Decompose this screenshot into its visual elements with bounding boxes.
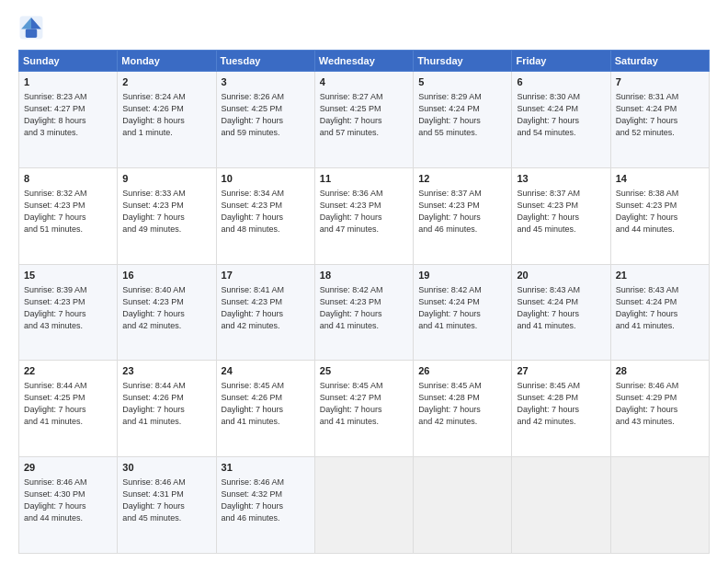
day-info: Sunset: 4:23 PM — [517, 201, 578, 210]
day-number: 23 — [122, 364, 210, 379]
day-number: 27 — [517, 364, 605, 379]
day-info: Daylight: 7 hours — [122, 405, 185, 414]
day-info: and 51 minutes. — [24, 224, 83, 234]
day-info: Sunset: 4:27 PM — [320, 393, 381, 402]
day-info: and 42 minutes. — [517, 417, 575, 426]
col-header-sunday: Sunday — [19, 51, 118, 72]
day-info: and 44 minutes. — [24, 513, 83, 523]
day-info: Daylight: 7 hours — [517, 405, 579, 414]
day-number: 8 — [24, 172, 112, 187]
day-info: Sunset: 4:23 PM — [418, 201, 480, 210]
day-info: Sunset: 4:25 PM — [320, 104, 381, 113]
day-info: Sunrise: 8:34 AM — [222, 189, 285, 198]
day-number: 31 — [222, 461, 310, 476]
day-cell: 8Sunrise: 8:32 AMSunset: 4:23 PMDaylight… — [19, 167, 118, 264]
day-number: 18 — [320, 269, 408, 283]
day-info: Daylight: 7 hours — [122, 213, 185, 222]
day-info: Sunrise: 8:33 AM — [122, 189, 186, 198]
day-number: 25 — [320, 364, 408, 379]
svg-rect-3 — [26, 29, 37, 38]
col-header-wednesday: Wednesday — [314, 51, 413, 72]
week-row-4: 22Sunrise: 8:44 AMSunset: 4:25 PMDayligh… — [19, 361, 710, 457]
day-info: Sunset: 4:32 PM — [222, 489, 283, 499]
week-row-1: 1Sunrise: 8:23 AMSunset: 4:27 PMDaylight… — [19, 72, 710, 168]
day-info: Sunset: 4:31 PM — [122, 489, 184, 499]
day-info: Sunset: 4:23 PM — [320, 201, 381, 210]
day-info: Daylight: 7 hours — [122, 501, 185, 511]
day-info: Sunrise: 8:46 AM — [222, 477, 285, 487]
day-info: Sunrise: 8:43 AM — [616, 285, 679, 294]
col-header-thursday: Thursday — [414, 51, 512, 72]
day-number: 22 — [24, 364, 112, 379]
day-cell — [512, 457, 610, 554]
day-info: and 45 minutes. — [517, 224, 575, 234]
day-cell: 27Sunrise: 8:45 AMSunset: 4:28 PMDayligh… — [512, 361, 610, 457]
day-number: 15 — [24, 269, 112, 283]
day-cell: 19Sunrise: 8:42 AMSunset: 4:24 PMDayligh… — [414, 264, 512, 361]
day-number: 2 — [122, 75, 210, 90]
day-info: Sunset: 4:24 PM — [418, 104, 480, 113]
day-info: Daylight: 7 hours — [320, 116, 382, 125]
day-info: Sunset: 4:24 PM — [616, 104, 677, 113]
day-info: Sunrise: 8:39 AM — [24, 285, 87, 294]
day-info: Sunset: 4:24 PM — [616, 297, 677, 306]
day-info: Sunset: 4:23 PM — [122, 201, 184, 210]
day-info: Sunrise: 8:46 AM — [616, 381, 679, 390]
day-info: and 1 minute. — [122, 128, 173, 137]
day-info: Sunrise: 8:37 AM — [517, 189, 580, 198]
day-info: Daylight: 7 hours — [418, 116, 481, 125]
day-info: Daylight: 7 hours — [517, 213, 579, 222]
day-info: and 41 minutes. — [517, 321, 575, 330]
day-cell: 13Sunrise: 8:37 AMSunset: 4:23 PMDayligh… — [512, 167, 610, 264]
day-cell: 7Sunrise: 8:31 AMSunset: 4:24 PMDaylight… — [610, 72, 709, 168]
day-info: and 54 minutes. — [517, 128, 575, 137]
day-number: 7 — [616, 75, 704, 90]
day-cell: 10Sunrise: 8:34 AMSunset: 4:23 PMDayligh… — [216, 167, 314, 264]
day-info: and 47 minutes. — [320, 224, 379, 234]
day-number: 30 — [122, 461, 210, 476]
day-info: Daylight: 7 hours — [320, 309, 382, 318]
day-info: Sunrise: 8:42 AM — [320, 285, 383, 294]
day-info: Sunset: 4:24 PM — [517, 104, 578, 113]
day-cell: 1Sunrise: 8:23 AMSunset: 4:27 PMDaylight… — [19, 72, 118, 168]
day-info: Daylight: 7 hours — [222, 213, 284, 222]
day-info: and 41 minutes. — [122, 417, 181, 426]
day-info: and 43 minutes. — [616, 417, 675, 426]
day-info: Daylight: 7 hours — [222, 501, 284, 511]
day-info: Sunrise: 8:29 AM — [418, 92, 482, 101]
day-info: Sunrise: 8:27 AM — [320, 92, 383, 101]
day-cell: 21Sunrise: 8:43 AMSunset: 4:24 PMDayligh… — [610, 264, 709, 361]
day-info: Sunrise: 8:46 AM — [122, 477, 186, 487]
day-info: Sunset: 4:23 PM — [222, 201, 283, 210]
day-info: and 3 minutes. — [24, 128, 78, 137]
day-info: Sunset: 4:28 PM — [418, 393, 480, 402]
day-number: 20 — [517, 269, 605, 283]
day-info: Daylight: 7 hours — [418, 213, 481, 222]
page: SundayMondayTuesdayWednesdayThursdayFrid… — [0, 0, 728, 563]
day-info: and 45 minutes. — [122, 513, 181, 523]
day-info: Sunset: 4:26 PM — [222, 393, 283, 402]
col-header-friday: Friday — [512, 51, 610, 72]
day-cell: 24Sunrise: 8:45 AMSunset: 4:26 PMDayligh… — [216, 361, 314, 457]
day-info: Sunset: 4:23 PM — [24, 297, 85, 306]
day-info: Daylight: 7 hours — [418, 405, 481, 414]
day-info: Daylight: 7 hours — [24, 309, 86, 318]
day-info: Daylight: 7 hours — [24, 501, 86, 511]
logo-icon — [18, 15, 44, 40]
day-info: and 42 minutes. — [418, 417, 477, 426]
day-number: 3 — [222, 75, 310, 90]
day-info: and 46 minutes. — [222, 513, 280, 523]
day-info: Sunrise: 8:44 AM — [122, 381, 186, 390]
day-info: Sunrise: 8:30 AM — [517, 92, 580, 101]
day-info: Daylight: 7 hours — [320, 213, 382, 222]
day-cell: 30Sunrise: 8:46 AMSunset: 4:31 PMDayligh… — [118, 457, 216, 554]
header — [18, 15, 710, 40]
day-cell: 31Sunrise: 8:46 AMSunset: 4:32 PMDayligh… — [216, 457, 314, 554]
day-info: and 57 minutes. — [320, 128, 379, 137]
col-header-tuesday: Tuesday — [216, 51, 314, 72]
day-cell: 20Sunrise: 8:43 AMSunset: 4:24 PMDayligh… — [512, 264, 610, 361]
day-cell: 22Sunrise: 8:44 AMSunset: 4:25 PMDayligh… — [19, 361, 118, 457]
day-cell: 17Sunrise: 8:41 AMSunset: 4:23 PMDayligh… — [216, 264, 314, 361]
day-cell: 23Sunrise: 8:44 AMSunset: 4:26 PMDayligh… — [118, 361, 216, 457]
day-cell: 29Sunrise: 8:46 AMSunset: 4:30 PMDayligh… — [19, 457, 118, 554]
